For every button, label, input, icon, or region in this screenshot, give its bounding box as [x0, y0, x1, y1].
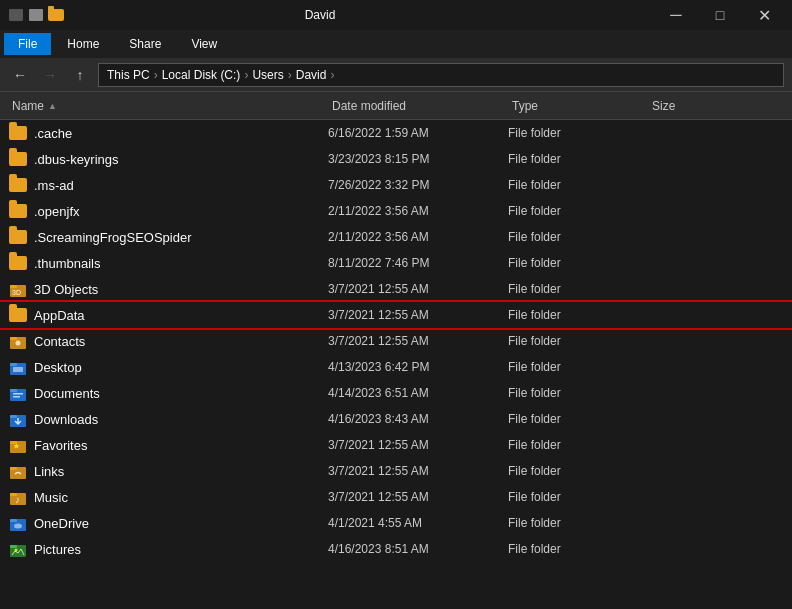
breadcrumb-sep-3: ›	[288, 68, 292, 82]
table-row[interactable]: .ms-ad 7/26/2022 3:32 PM File folder	[0, 172, 792, 198]
file-name: Documents	[34, 386, 328, 401]
breadcrumb-localdisk[interactable]: Local Disk (C:)	[162, 68, 241, 82]
file-name: Music	[34, 490, 328, 505]
forward-button[interactable]: →	[38, 63, 62, 87]
table-row-appdata[interactable]: AppData 3/7/2021 12:55 AM File folder	[0, 302, 792, 328]
maximize-button[interactable]: □	[700, 5, 740, 25]
file-type: File folder	[508, 516, 648, 530]
svg-rect-10	[13, 367, 23, 372]
file-name: .cache	[34, 126, 328, 141]
table-row[interactable]: Documents 4/14/2023 6:51 AM File folder	[0, 380, 792, 406]
col-header-type[interactable]: Type	[508, 99, 648, 113]
breadcrumb-david[interactable]: David	[296, 68, 327, 82]
table-row[interactable]: Pictures 4/16/2023 8:51 AM File folder	[0, 536, 792, 562]
svg-rect-26	[10, 519, 17, 522]
table-row[interactable]: Favorites 3/7/2021 12:55 AM File folder	[0, 432, 792, 458]
title-bar: David ─ □ ✕	[0, 0, 792, 30]
file-date: 4/13/2023 6:42 PM	[328, 360, 508, 374]
col-header-size[interactable]: Size	[648, 99, 784, 113]
table-row[interactable]: .dbus-keyrings 3/23/2023 8:15 PM File fo…	[0, 146, 792, 172]
folder-onedrive-icon	[8, 513, 28, 533]
file-name: OneDrive	[34, 516, 328, 531]
file-date: 4/1/2021 4:55 AM	[328, 516, 508, 530]
file-date: 3/7/2021 12:55 AM	[328, 334, 508, 348]
file-date: 4/16/2023 8:51 AM	[328, 542, 508, 556]
folder-icon	[8, 149, 28, 169]
file-type: File folder	[508, 438, 648, 452]
file-type: File folder	[508, 464, 648, 478]
table-row[interactable]: Desktop 4/13/2023 6:42 PM File folder	[0, 354, 792, 380]
folder-documents-icon	[8, 383, 28, 403]
title-bar-title: David	[0, 8, 648, 22]
back-button[interactable]: ←	[8, 63, 32, 87]
breadcrumb-sep-4: ›	[330, 68, 334, 82]
breadcrumb-users[interactable]: Users	[252, 68, 283, 82]
file-name: .thumbnails	[34, 256, 328, 271]
svg-rect-12	[10, 389, 17, 392]
table-row[interactable]: OneDrive 4/1/2021 4:55 AM File folder	[0, 510, 792, 536]
file-type: File folder	[508, 334, 648, 348]
file-date: 2/11/2022 3:56 AM	[328, 230, 508, 244]
table-row-downloads[interactable]: Downloads 4/16/2023 8:43 AM File folder	[0, 406, 792, 432]
folder-3d-icon: 3D	[8, 279, 28, 299]
file-date: 2/11/2022 3:56 AM	[328, 204, 508, 218]
file-name: Pictures	[34, 542, 328, 557]
table-row[interactable]: Links 3/7/2021 12:55 AM File folder	[0, 458, 792, 484]
folder-links-icon	[8, 461, 28, 481]
folder-favorites-icon	[8, 435, 28, 455]
col-header-date[interactable]: Date modified	[328, 99, 508, 113]
svg-rect-14	[13, 396, 20, 398]
tab-share[interactable]: Share	[115, 33, 175, 55]
file-name: .openjfx	[34, 204, 328, 219]
svg-rect-18	[10, 441, 17, 444]
breadcrumb-sep-1: ›	[154, 68, 158, 82]
file-type: File folder	[508, 360, 648, 374]
table-row[interactable]: ♪ Music 3/7/2021 12:55 AM File folder	[0, 484, 792, 510]
file-date: 3/23/2023 8:15 PM	[328, 152, 508, 166]
folder-icon	[8, 175, 28, 195]
file-list[interactable]: .cache 6/16/2022 1:59 AM File folder .db…	[0, 120, 792, 609]
file-type: File folder	[508, 230, 648, 244]
table-row[interactable]: Contacts 3/7/2021 12:55 AM File folder	[0, 328, 792, 354]
breadcrumb-thispc[interactable]: This PC	[107, 68, 150, 82]
tab-home[interactable]: Home	[53, 33, 113, 55]
folder-icon	[8, 227, 28, 247]
svg-rect-29	[10, 545, 17, 548]
table-row[interactable]: .openjfx 2/11/2022 3:56 AM File folder	[0, 198, 792, 224]
sort-arrow-name: ▲	[48, 101, 57, 111]
tab-file[interactable]: File	[4, 33, 51, 55]
file-name: Favorites	[34, 438, 328, 453]
up-button[interactable]: ↑	[68, 63, 92, 87]
file-name: .ScreamingFrogSEOSpider	[34, 230, 328, 245]
file-name: .dbus-keyrings	[34, 152, 328, 167]
column-headers: Name ▲ Date modified Type Size	[0, 92, 792, 120]
svg-rect-21	[10, 467, 17, 470]
folder-icon	[8, 201, 28, 221]
col-header-name[interactable]: Name ▲	[8, 99, 328, 113]
window-controls: ─ □ ✕	[656, 5, 784, 25]
file-type: File folder	[508, 282, 648, 296]
file-date: 4/14/2023 6:51 AM	[328, 386, 508, 400]
folder-icon	[8, 123, 28, 143]
minimize-button[interactable]: ─	[656, 5, 696, 25]
close-button[interactable]: ✕	[744, 5, 784, 25]
title-bar-icon-folder	[48, 7, 64, 23]
svg-rect-16	[10, 415, 17, 418]
file-date: 3/7/2021 12:55 AM	[328, 282, 508, 296]
file-type: File folder	[508, 490, 648, 504]
file-type: File folder	[508, 542, 648, 556]
svg-point-7	[16, 341, 21, 346]
table-row[interactable]: .thumbnails 8/11/2022 7:46 PM File folde…	[0, 250, 792, 276]
folder-desktop-icon	[8, 357, 28, 377]
file-name: 3D Objects	[34, 282, 328, 297]
file-type: File folder	[508, 256, 648, 270]
tab-view[interactable]: View	[177, 33, 231, 55]
table-row[interactable]: .ScreamingFrogSEOSpider 2/11/2022 3:56 A…	[0, 224, 792, 250]
file-date: 8/11/2022 7:46 PM	[328, 256, 508, 270]
svg-rect-6	[10, 337, 17, 340]
file-type: File folder	[508, 204, 648, 218]
table-row[interactable]: 3D 3D Objects 3/7/2021 12:55 AM File fol…	[0, 276, 792, 302]
file-date: 4/16/2023 8:43 AM	[328, 412, 508, 426]
file-type: File folder	[508, 308, 648, 322]
table-row[interactable]: .cache 6/16/2022 1:59 AM File folder	[0, 120, 792, 146]
